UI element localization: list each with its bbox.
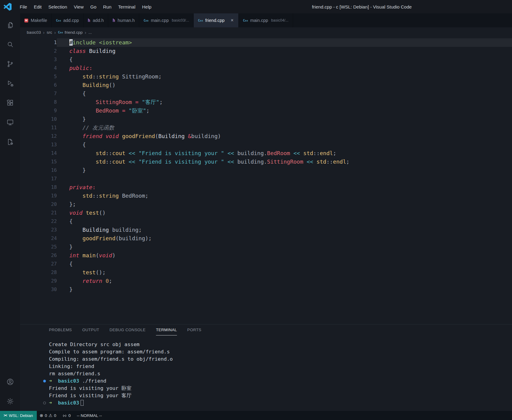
menu-item-terminal[interactable]: Terminal <box>115 3 139 11</box>
token: ./friend <box>79 378 106 384</box>
run-debug-icon[interactable] <box>0 74 20 93</box>
code-line-content[interactable]: } <box>57 115 512 123</box>
code-line-content[interactable]: public: <box>57 64 512 72</box>
code-line-content[interactable]: int main(void) <box>57 251 512 260</box>
tools-icon[interactable] <box>0 132 20 151</box>
panel-tab-debug-console[interactable]: DEBUG CONSOLE <box>109 325 146 335</box>
chevron-right-icon: › <box>85 30 86 35</box>
code-line-content[interactable]: friend void goodFriend(Building &buildin… <box>57 132 512 141</box>
settings-icon[interactable] <box>0 391 20 411</box>
token: << <box>227 158 234 165</box>
source-control-icon[interactable] <box>0 54 20 74</box>
tab-makefile[interactable]: MMakefile <box>20 13 52 27</box>
token: std <box>82 73 92 80</box>
code-line-content[interactable]: BedRoom = "卧室"; <box>57 106 512 115</box>
token: void <box>69 210 82 216</box>
terminal-command-decoration[interactable] <box>43 402 46 404</box>
code-line-content[interactable]: }; <box>57 200 512 209</box>
explorer-icon[interactable] <box>0 15 20 35</box>
code-line-content[interactable]: private: <box>57 183 512 192</box>
search-icon[interactable] <box>0 35 20 54</box>
breadcrumb-item--[interactable]: ... <box>88 30 92 35</box>
panel-tab-bar: PROBLEMSOUTPUTDEBUG CONSOLETERMINALPORTS <box>20 325 512 338</box>
code-line-content[interactable]: std::cout << "Friend is visiting your " … <box>57 158 512 166</box>
token: building <box>191 133 218 139</box>
code-line-content[interactable]: #include <iostream> <box>57 38 512 47</box>
code-line-content[interactable]: Building building; <box>57 226 512 234</box>
code-line-content[interactable]: std::cout << "Friend is visiting your " … <box>57 149 512 158</box>
code-line-content[interactable]: void test() <box>57 209 512 217</box>
code-line-content[interactable] <box>57 175 512 183</box>
tab-add-cpp[interactable]: C++add.cpp <box>52 13 84 27</box>
code-line-content[interactable]: // 友元函数 <box>57 123 512 132</box>
tab-friend-cpp[interactable]: C++friend.cpp× <box>194 13 239 27</box>
terminal-command-decoration[interactable] <box>43 380 46 383</box>
code-line-content[interactable]: { <box>57 89 512 98</box>
token: { <box>69 90 86 97</box>
token <box>69 150 96 156</box>
menu-item-selection[interactable]: Selection <box>45 3 71 11</box>
code-line-content[interactable]: } <box>57 166 512 175</box>
tab-human-h[interactable]: hhuman.h <box>108 13 139 27</box>
code-line-content[interactable]: SittingRoom = "客厅"; <box>57 98 512 106</box>
token: Building <box>158 133 185 139</box>
code-line-content[interactable]: { <box>57 260 512 268</box>
ports-status[interactable]: 0 <box>59 411 74 420</box>
close-tab-icon[interactable]: × <box>230 18 234 23</box>
breadcrumb-item-basic03[interactable]: basic03 <box>27 30 41 35</box>
tab-main-cpp[interactable]: C++main.cppbasic03/... <box>139 13 194 27</box>
code-line-content[interactable]: return 0; <box>57 277 512 285</box>
tab-add-h[interactable]: hadd.h <box>84 13 109 27</box>
terminal-line: ➜ basic03 <box>49 399 512 407</box>
token: ); <box>145 235 152 241</box>
menu-item-go[interactable]: Go <box>87 3 100 11</box>
code-line-content[interactable]: } <box>57 243 512 251</box>
code-line: 7 { <box>20 89 512 98</box>
token: SittingRoom <box>267 158 303 165</box>
panel-tab-terminal[interactable]: TERMINAL <box>156 325 177 335</box>
terminal-cursor <box>81 400 84 406</box>
menu-item-run[interactable]: Run <box>100 3 115 11</box>
vim-mode-status[interactable]: -- NORMAL -- <box>74 411 105 420</box>
line-number: 8 <box>20 98 57 106</box>
panel-tab-output[interactable]: OUTPUT <box>82 325 99 335</box>
remote-explorer-icon[interactable] <box>0 113 20 132</box>
menu-item-help[interactable]: Help <box>139 3 155 11</box>
token <box>303 158 307 165</box>
remote-indicator[interactable]: >< WSL: Debian <box>0 411 37 420</box>
code-line-content[interactable]: { <box>57 141 512 149</box>
panel-tab-ports[interactable]: PORTS <box>187 325 202 335</box>
code-line-content[interactable]: test(); <box>57 268 512 277</box>
breadcrumb-item-src[interactable]: src <box>47 30 52 35</box>
panel-tab-problems[interactable]: PROBLEMS <box>49 325 72 335</box>
code-line: 25} <box>20 243 512 251</box>
code-line-content[interactable]: std::string BedRoom; <box>57 192 512 200</box>
token <box>82 210 86 216</box>
account-icon[interactable] <box>0 372 20 391</box>
menu-item-edit[interactable]: Edit <box>30 3 45 11</box>
terminal-line: Compile to assem program: assem/friend.s <box>49 348 512 356</box>
code-line-content[interactable]: } <box>57 285 512 294</box>
problems-status[interactable]: ⊗ 0 ⚠ 0 <box>37 411 59 420</box>
menu-item-file[interactable]: File <box>16 3 30 11</box>
breadcrumb-label: friend.cpp <box>65 30 83 35</box>
code-line-content[interactable]: std::string SittingRoom; <box>57 72 512 81</box>
tab-main-cpp[interactable]: C++main.cppbasic04/... <box>239 13 293 27</box>
line-number: 13 <box>20 141 57 149</box>
code-line-content[interactable]: { <box>57 217 512 226</box>
code-line-content[interactable]: class Building <box>57 47 512 55</box>
token: } <box>69 167 86 173</box>
code-line: 24 goodFriend(building); <box>20 234 512 243</box>
code-line-content[interactable]: { <box>57 55 512 64</box>
token: main <box>82 252 95 259</box>
code-line-content[interactable]: Building() <box>57 81 512 89</box>
status-bar: >< WSL: Debian ⊗ 0 ⚠ 0 0 -- NORMAL -- <box>0 411 512 420</box>
code-line-content[interactable]: goodFriend(building); <box>57 234 512 243</box>
menu-item-view[interactable]: View <box>71 3 87 11</box>
extensions-icon[interactable] <box>0 93 20 113</box>
breadcrumb-item-friend-cpp[interactable]: C++friend.cpp <box>58 30 83 35</box>
terminal-view[interactable]: Create Directory src obj assemCompile to… <box>20 338 512 411</box>
code-editor[interactable]: 1#include <iostream>2class Building3{4pu… <box>20 37 512 324</box>
token: { <box>69 261 73 267</box>
terminal-line: Linking: friend <box>49 363 512 370</box>
